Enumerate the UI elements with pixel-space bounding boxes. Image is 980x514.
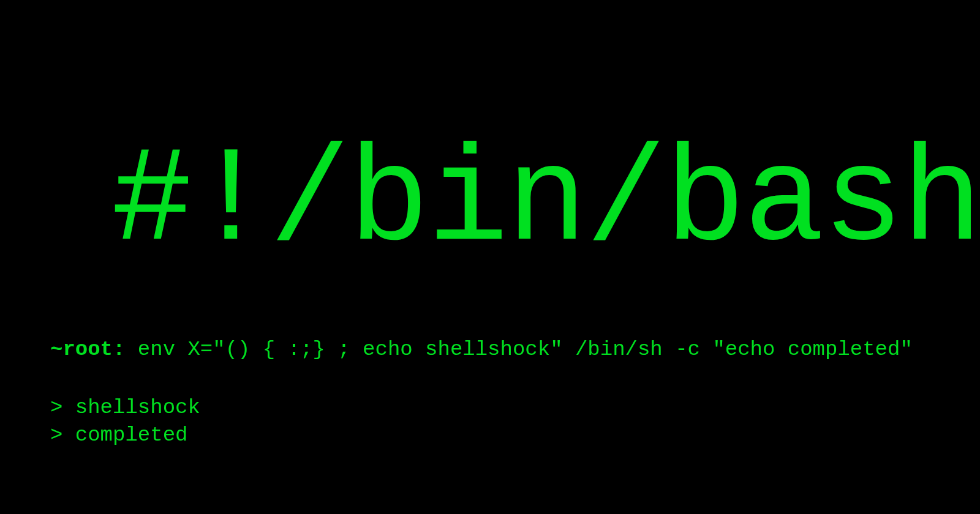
output-line-2: > completed	[50, 422, 913, 450]
command-line[interactable]: ~root: env X="() { :;} ; echo shellshock…	[50, 335, 913, 365]
terminal-screen: #!/bin/bash ~root: env X="() { :;} ; ech…	[0, 0, 980, 514]
shebang-heading: #!/bin/bash	[111, 136, 980, 270]
command-block: ~root: env X="() { :;} ; echo shellshock…	[50, 335, 913, 450]
output-block: > shellshock > completed	[50, 394, 913, 450]
command-text: env X="() { :;} ; echo shellshock" /bin/…	[138, 338, 913, 361]
output-line-1: > shellshock	[50, 394, 913, 422]
prompt-user: ~root:	[50, 338, 125, 361]
